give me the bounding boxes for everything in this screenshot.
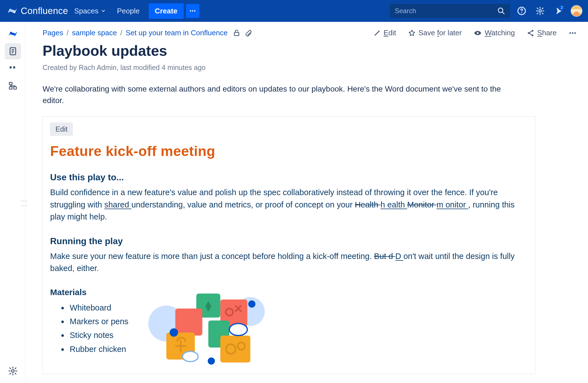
nav-people-label: People bbox=[117, 7, 140, 15]
admin-settings-button[interactable] bbox=[533, 4, 547, 18]
svg-point-35 bbox=[248, 300, 255, 308]
create-button[interactable]: Create bbox=[149, 3, 184, 19]
brand-logo[interactable]: Confluence bbox=[7, 6, 68, 16]
svg-rect-28 bbox=[175, 309, 202, 335]
watching-action[interactable]: Watching bbox=[473, 29, 515, 37]
breadcrumb-space[interactable]: sample space bbox=[72, 29, 117, 37]
svg-point-37 bbox=[229, 323, 247, 335]
breadcrumb-separator: / bbox=[120, 29, 122, 37]
breadcrumb-parent[interactable]: Set up your team in Confluence bbox=[126, 29, 228, 37]
page-content: Pages / sample space / Set up your team … bbox=[26, 22, 588, 383]
doc-heading-materials: Materials bbox=[50, 288, 129, 297]
page-intro: We're collaborating with some external a… bbox=[43, 83, 524, 106]
page-actions: Edit Save for later Watching Share bbox=[374, 29, 577, 37]
svg-point-22 bbox=[572, 32, 573, 34]
svg-line-4 bbox=[502, 12, 504, 14]
doc-insertion: h ealth bbox=[381, 200, 407, 209]
sidebar-space-settings[interactable] bbox=[5, 363, 21, 379]
svg-rect-12 bbox=[9, 82, 12, 85]
attachments-icon[interactable] bbox=[245, 29, 252, 37]
search-box[interactable] bbox=[390, 4, 510, 18]
list-item: Sticky notes bbox=[68, 328, 129, 342]
save-for-later-action[interactable]: Save for later bbox=[408, 29, 462, 37]
breadcrumb-separator: / bbox=[67, 29, 69, 37]
page-title: Playbook updates bbox=[43, 42, 577, 59]
share-icon bbox=[527, 29, 535, 37]
global-nav: Confluence Spaces People Create 2 bbox=[0, 0, 588, 22]
doc-text: Make sure your new feature is more than … bbox=[50, 252, 374, 261]
svg-point-7 bbox=[539, 10, 542, 12]
doc-paragraph-running: Make sure your new feature is more than … bbox=[50, 250, 528, 275]
ellipsis-icon bbox=[189, 7, 196, 15]
create-button-label: Create bbox=[155, 7, 178, 15]
gear-icon bbox=[536, 6, 545, 15]
help-icon bbox=[517, 6, 526, 15]
page-more-actions[interactable] bbox=[568, 29, 577, 37]
edit-label-u: E bbox=[384, 29, 388, 37]
chevron-down-icon bbox=[101, 8, 106, 13]
save-label-b: or later bbox=[439, 29, 462, 37]
watch-label-u: W bbox=[485, 29, 491, 37]
svg-point-0 bbox=[190, 10, 191, 12]
doc-deletion: Monitor bbox=[407, 200, 437, 209]
svg-point-34 bbox=[169, 328, 178, 337]
svg-point-1 bbox=[192, 10, 193, 12]
share-label-rest: hare bbox=[542, 29, 557, 37]
svg-point-6 bbox=[521, 12, 522, 13]
save-label-a: Save bbox=[419, 29, 437, 37]
svg-rect-14 bbox=[9, 87, 12, 89]
profile-avatar[interactable] bbox=[571, 5, 582, 17]
sidebar-space-home[interactable] bbox=[5, 26, 21, 42]
nav-spaces-label: Spaces bbox=[74, 7, 99, 15]
list-item: Rubber chicken bbox=[68, 342, 129, 356]
office-edit-button[interactable]: Edit bbox=[50, 123, 73, 136]
brand-name: Confluence bbox=[21, 6, 68, 16]
nav-spaces[interactable]: Spaces bbox=[69, 7, 111, 15]
notifications-button[interactable]: 2 bbox=[552, 4, 566, 18]
breadcrumb-pages[interactable]: Pages bbox=[43, 29, 63, 37]
notifications-badge: 2 bbox=[558, 4, 565, 11]
search-icon bbox=[497, 7, 505, 15]
doc-insertion: m onitor bbox=[437, 200, 468, 209]
watch-label-rest: atching bbox=[491, 29, 515, 37]
space-sidebar: ⋮⋮ bbox=[0, 22, 26, 383]
doc-heading-1: Feature kick-off meeting bbox=[50, 143, 528, 159]
svg-point-21 bbox=[570, 32, 571, 34]
share-action[interactable]: Share bbox=[527, 29, 557, 37]
create-more-button[interactable] bbox=[186, 4, 199, 18]
restrictions-icon[interactable] bbox=[233, 29, 241, 37]
page-byline: Created by Rach Admin, last modified 4 m… bbox=[43, 64, 577, 72]
doc-insertion: shared bbox=[104, 200, 131, 209]
doc-text: understanding, value and metrics, or pro… bbox=[131, 200, 355, 209]
edit-label-rest: dit bbox=[388, 29, 396, 37]
svg-rect-13 bbox=[13, 87, 16, 89]
list-item: Markers or pens bbox=[68, 315, 129, 328]
tree-icon bbox=[8, 81, 18, 91]
search-input[interactable] bbox=[395, 7, 497, 15]
doc-paragraph-use: Build confidence in a new feature's valu… bbox=[50, 186, 528, 223]
share-label-u: S bbox=[537, 29, 542, 37]
sidebar-page-tree[interactable] bbox=[5, 78, 21, 94]
materials-list: Whiteboard Markers or pens Sticky notes … bbox=[50, 301, 129, 356]
doc-illustration bbox=[145, 288, 528, 366]
svg-point-2 bbox=[194, 10, 195, 12]
eye-icon bbox=[473, 29, 482, 37]
office-connector-panel: Edit Feature kick-off meeting Use this p… bbox=[43, 116, 535, 374]
breadcrumb: Pages / sample space / Set up your team … bbox=[43, 29, 228, 37]
pencil-icon bbox=[374, 29, 381, 37]
svg-point-38 bbox=[182, 351, 198, 361]
help-button[interactable] bbox=[515, 4, 529, 18]
sidebar-blog[interactable] bbox=[5, 60, 21, 77]
confluence-icon bbox=[7, 6, 17, 16]
nav-people[interactable]: People bbox=[112, 7, 145, 15]
edit-action[interactable]: Edit bbox=[374, 29, 396, 37]
doc-heading-running: Running the play bbox=[50, 236, 528, 246]
svg-point-36 bbox=[207, 357, 215, 365]
sidebar-pages[interactable] bbox=[5, 43, 21, 59]
doc-deletion: Health bbox=[355, 200, 381, 209]
doc-insertion: D bbox=[395, 252, 403, 261]
confluence-mini-icon bbox=[8, 29, 18, 39]
svg-point-15 bbox=[11, 370, 14, 372]
sidebar-resize-handle[interactable]: ⋮⋮ bbox=[20, 198, 28, 207]
list-item: Whiteboard bbox=[68, 301, 129, 315]
